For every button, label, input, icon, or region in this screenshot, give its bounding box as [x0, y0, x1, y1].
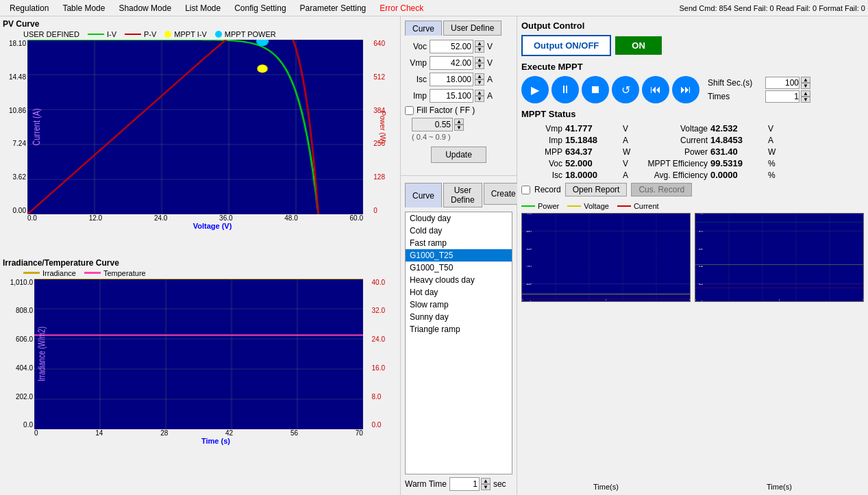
update-button[interactable]: Update: [431, 147, 486, 163]
irr-chart-area: 40.0 32.0 24.0 16.0 8.0 0.0: [34, 279, 363, 429]
shift-sec-label: Shift Sec.(s): [708, 78, 762, 88]
mppt-stop-button[interactable]: ⏹: [582, 76, 609, 103]
shift-down[interactable]: ▼: [801, 83, 810, 89]
imp-up[interactable]: ▲: [475, 90, 484, 96]
output-onoff-button[interactable]: Output ON/OFF: [521, 35, 611, 56]
imp-down[interactable]: ▼: [475, 96, 484, 102]
irr-tab-user-define[interactable]: User Define: [443, 183, 482, 207]
record-checkbox[interactable]: [521, 186, 530, 194]
current-legend-icon: [617, 205, 631, 207]
current-legend-label: Current: [634, 202, 659, 210]
curve-g1000-t50[interactable]: G1000_T50: [406, 262, 512, 274]
menu-config-setting[interactable]: Config Setting: [227, 2, 293, 14]
isc-down[interactable]: ▼: [475, 79, 484, 86]
curve-hot-day[interactable]: Hot day: [406, 286, 512, 299]
voltage-status-unit: V: [768, 124, 782, 134]
mppt-play-button[interactable]: ▶: [521, 76, 549, 103]
pv-x-axis: 0.0 12.0 24.0 36.0 48.0 60.0: [27, 214, 363, 222]
cus-record-button[interactable]: Cus. Record: [631, 183, 692, 196]
on-button[interactable]: ON: [615, 36, 662, 55]
iv-label: I-V: [107, 30, 116, 38]
curve-fast-ramp[interactable]: Fast ramp: [406, 237, 512, 249]
voc-down[interactable]: ▼: [475, 47, 484, 53]
isc-input[interactable]: [430, 73, 473, 86]
irr-y2-axis: 40.0 32.0 24.0 16.0 8.0 0.0: [372, 279, 385, 429]
curve-cloudy-day[interactable]: Cloudy day: [406, 212, 512, 225]
menu-error-check[interactable]: Error Check: [373, 2, 430, 14]
vmp-input[interactable]: [430, 56, 473, 70]
curve-g1000-t25[interactable]: G1000_T25: [406, 249, 512, 262]
voltage-status-value: 42.532: [710, 123, 765, 134]
temperature-label: Temperature: [103, 269, 146, 277]
imp-spinner[interactable]: ▲ ▼: [475, 90, 484, 102]
menu-table-mode[interactable]: Table Mode: [55, 2, 112, 14]
times-input[interactable]: [765, 90, 799, 103]
vmp-down[interactable]: ▼: [475, 63, 484, 69]
vmp-status-label: Vmp: [521, 124, 562, 134]
pv-tab-curve[interactable]: Curve: [405, 21, 442, 36]
voc-up[interactable]: ▲: [475, 40, 484, 47]
curve-triangle-ramp[interactable]: Triangle ramp: [406, 323, 512, 335]
legend-current-bottom: Current: [617, 202, 659, 210]
warm-time-spinner[interactable]: ▲ ▼: [481, 478, 491, 490]
mid-panel: Curve User Define Voc ▲ ▼ V Vmp ▲ ▼: [401, 16, 517, 495]
open-report-button[interactable]: Open Report: [565, 183, 628, 196]
pv-chart-area: 640 512 384 256 128 0 Power (W): [27, 40, 363, 214]
curve-sunny-day[interactable]: Sunny day: [406, 311, 512, 323]
times-down[interactable]: ▼: [801, 97, 810, 103]
voc-spinner[interactable]: ▲ ▼: [475, 40, 484, 53]
mppt-pause-button[interactable]: ⏸: [551, 76, 579, 103]
curve-cold-day[interactable]: Cold day: [406, 225, 512, 237]
shift-sec-row: Shift Sec.(s) ▲ ▼: [708, 77, 810, 89]
shift-sec-spinner[interactable]: ▲ ▼: [801, 77, 810, 89]
times-up[interactable]: ▲: [801, 90, 810, 97]
vmp-unit: V: [487, 58, 498, 68]
vmp-spinner[interactable]: ▲ ▼: [475, 57, 484, 69]
times-label: Times: [708, 92, 762, 101]
vmp-up[interactable]: ▲: [475, 57, 484, 63]
shift-sec-input[interactable]: [765, 77, 799, 89]
mppt-forward-button[interactable]: ⏭: [672, 76, 699, 103]
menu-shadow-mode[interactable]: Shadow Mode: [112, 2, 178, 14]
legend-mppt-iv: MPPT I-V: [164, 30, 206, 38]
main-content: PV Curve USER DEFINED I-V P-V MPPT I-V: [0, 16, 868, 495]
ff-checkbox[interactable]: [405, 106, 414, 115]
isc-spinner[interactable]: ▲ ▼: [475, 73, 484, 86]
mppt-reload-button[interactable]: ↺: [612, 76, 639, 103]
bottom-x-axis: Time(s) Time(s): [521, 483, 864, 491]
mppt-rewind-button[interactable]: ⏮: [642, 76, 669, 103]
shift-up[interactable]: ▲: [801, 77, 810, 83]
curve-slow-ramp[interactable]: Slow ramp: [406, 299, 512, 311]
menu-regulation[interactable]: Regulation: [3, 2, 55, 14]
imp-row: Imp ▲ ▼ A: [405, 89, 512, 103]
legend-power: Power: [521, 202, 559, 210]
mppt-eff-label: MPPT Efficiency: [639, 159, 708, 168]
pv-tab-user-define[interactable]: User Define: [443, 21, 501, 36]
pv-line-icon: [125, 34, 141, 35]
ff-spinner[interactable]: ▲ ▼: [454, 118, 464, 131]
mppt-iv-label: MPPT I-V: [174, 30, 206, 38]
pv-label: P-V: [144, 30, 156, 38]
warm-up[interactable]: ▲: [481, 478, 491, 484]
warm-down[interactable]: ▼: [481, 484, 491, 490]
menu-list-mode[interactable]: List Mode: [178, 2, 227, 14]
ff-input[interactable]: [412, 118, 453, 131]
ff-up[interactable]: ▲: [454, 118, 464, 125]
voc-input[interactable]: [430, 40, 473, 53]
imp-input[interactable]: [430, 89, 473, 103]
isc-row: Isc ▲ ▼ A: [405, 73, 512, 86]
menu-parameter-setting[interactable]: Parameter Setting: [293, 2, 373, 14]
imp-status-value: 15.1848: [565, 135, 620, 145]
voc-status-label: Voc: [521, 159, 562, 168]
ff-down[interactable]: ▼: [454, 125, 464, 131]
warm-time-input[interactable]: [449, 477, 480, 491]
vmp-row: Vmp ▲ ▼ V: [405, 56, 512, 70]
execute-mppt-title: Execute MPPT: [521, 62, 864, 72]
irr-tab-curve[interactable]: Curve: [405, 183, 442, 207]
curve-heavy-clouds[interactable]: Heavy clouds day: [406, 274, 512, 286]
times-spinner[interactable]: ▲ ▼: [801, 90, 810, 103]
irr-title: Irradiance/Temperature Curve: [3, 258, 397, 268]
record-row: Record Open Report Cus. Record: [521, 183, 864, 196]
vmp-status-value: 41.777: [565, 123, 620, 134]
isc-up[interactable]: ▲: [475, 73, 484, 79]
